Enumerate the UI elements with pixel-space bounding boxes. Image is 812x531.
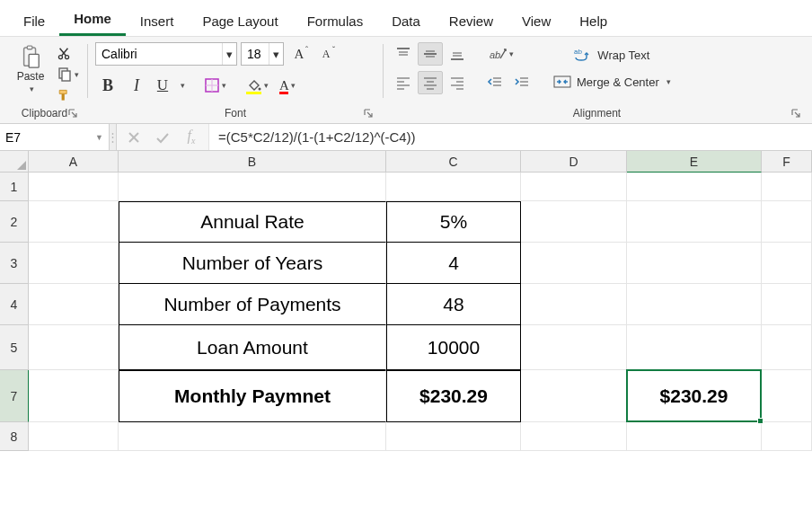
chevron-down-icon[interactable]: ▾ [269, 43, 283, 65]
cell-A1[interactable] [29, 173, 119, 201]
dialog-launcher-icon[interactable] [790, 108, 801, 119]
splitter[interactable]: ⋮ [110, 124, 117, 150]
menu-help[interactable]: Help [565, 8, 622, 36]
cell-B5[interactable]: Loan Amount [119, 325, 386, 370]
increase-font-button[interactable]: Aˆ [287, 42, 311, 66]
cancel-formula-button[interactable] [120, 126, 147, 149]
col-header-F[interactable]: F [762, 151, 812, 173]
cell-B2[interactable]: Annual Rate [119, 201, 386, 243]
menu-insert[interactable]: Insert [126, 8, 189, 36]
font-name-combo[interactable]: ▾ [95, 42, 237, 66]
menu-review[interactable]: Review [435, 8, 508, 36]
cell-F7[interactable] [762, 370, 812, 422]
menu-file[interactable]: File [9, 8, 59, 36]
cell-D3[interactable] [521, 243, 627, 284]
cell-C2[interactable]: 5% [386, 201, 521, 243]
cell-E8[interactable] [627, 422, 762, 451]
menu-formulas[interactable]: Formulas [293, 8, 378, 36]
cell-A8[interactable] [29, 422, 119, 451]
menu-page-layout[interactable]: Page Layout [188, 8, 292, 36]
cell-F5[interactable] [762, 325, 812, 370]
name-box[interactable]: ▼ [0, 124, 110, 150]
cell-E1[interactable] [627, 173, 762, 201]
cell-F8[interactable] [762, 422, 812, 451]
cell-E2[interactable] [627, 201, 762, 243]
dialog-launcher-icon[interactable] [363, 108, 374, 119]
cell-A4[interactable] [29, 284, 119, 325]
font-color-button[interactable]: A ▾ [275, 73, 298, 98]
cell-A3[interactable] [29, 243, 119, 284]
align-bottom-button[interactable] [445, 42, 470, 66]
spreadsheet-grid[interactable]: A B C D E F 1 2 3 4 5 7 8 Annual Rate 5%… [0, 151, 812, 465]
cell-C3[interactable]: 4 [386, 243, 521, 284]
col-header-E[interactable]: E [627, 151, 762, 173]
row-header-4[interactable]: 4 [0, 284, 29, 325]
font-size-input[interactable] [242, 43, 269, 65]
cut-button[interactable] [56, 46, 72, 62]
cell-F2[interactable] [762, 201, 812, 243]
decrease-font-button[interactable]: Aˇ [314, 42, 338, 66]
row-header-5[interactable]: 5 [0, 325, 29, 370]
align-top-button[interactable] [391, 42, 416, 66]
font-name-input[interactable] [96, 43, 222, 65]
row-header-8[interactable]: 8 [0, 422, 29, 451]
copy-button[interactable]: ▾ [56, 66, 80, 84]
menu-data[interactable]: Data [377, 8, 435, 36]
cell-C5[interactable]: 10000 [386, 325, 521, 370]
col-header-A[interactable]: A [29, 151, 119, 173]
cell-D7[interactable] [521, 370, 627, 422]
col-header-C[interactable]: C [386, 151, 521, 173]
cell-B3[interactable]: Number of Years [119, 243, 386, 284]
font-size-combo[interactable]: ▾ [241, 42, 284, 66]
italic-button[interactable]: I [124, 73, 149, 98]
row-header-2[interactable]: 2 [0, 201, 29, 243]
underline-more-button[interactable]: ▾ [176, 73, 187, 98]
cell-C4[interactable]: 48 [386, 284, 521, 325]
cell-E4[interactable] [627, 284, 762, 325]
cell-A7[interactable] [29, 370, 119, 422]
col-header-B[interactable]: B [119, 151, 386, 173]
increase-indent-button[interactable] [509, 71, 534, 94]
cell-C8[interactable] [386, 422, 521, 451]
cell-F4[interactable] [762, 284, 812, 325]
menu-view[interactable]: View [508, 8, 565, 36]
formula-input[interactable] [209, 124, 812, 150]
fill-color-button[interactable]: ▾ [242, 73, 271, 98]
cell-C1[interactable] [386, 173, 521, 201]
cell-F1[interactable] [762, 173, 812, 201]
cell-D4[interactable] [521, 284, 627, 325]
row-header-1[interactable]: 1 [0, 173, 29, 201]
dialog-launcher-icon[interactable] [67, 108, 78, 119]
cell-B8[interactable] [119, 422, 386, 451]
chevron-down-icon[interactable]: ▼ [95, 133, 103, 142]
enter-formula-button[interactable] [149, 126, 176, 149]
cell-B1[interactable] [119, 173, 386, 201]
wrap-text-button[interactable]: ab Wrap Text [547, 44, 677, 66]
cell-C7[interactable]: $230.29 [386, 370, 521, 422]
cell-B7[interactable]: Monthly Paymnet [119, 370, 386, 422]
bold-button[interactable]: B [95, 73, 120, 98]
cell-F3[interactable] [762, 243, 812, 284]
cell-D2[interactable] [521, 201, 627, 243]
underline-button[interactable]: U [153, 73, 172, 98]
cell-E5[interactable] [627, 325, 762, 370]
cell-E7[interactable]: $230.29 [627, 370, 762, 422]
cell-E3[interactable] [627, 243, 762, 284]
select-all-corner[interactable] [0, 151, 29, 173]
decrease-indent-button[interactable] [482, 71, 508, 94]
row-header-3[interactable]: 3 [0, 243, 29, 284]
align-middle-button[interactable] [418, 42, 443, 66]
format-painter-button[interactable] [56, 87, 72, 103]
align-center-button[interactable] [418, 71, 443, 94]
chevron-down-icon[interactable]: ▾ [222, 43, 236, 65]
cell-B4[interactable]: Number of Payments [119, 284, 386, 325]
row-header-7[interactable]: 7 [0, 370, 29, 422]
cell-D8[interactable] [521, 422, 627, 451]
menu-home[interactable]: Home [59, 5, 126, 36]
align-left-button[interactable] [391, 71, 416, 94]
cell-A2[interactable] [29, 201, 119, 243]
merge-center-button[interactable]: Merge & Center ▾ [547, 71, 677, 93]
col-header-D[interactable]: D [521, 151, 627, 173]
border-button[interactable]: ▾ [199, 73, 229, 98]
orientation-button[interactable]: ab ▾ [482, 42, 518, 66]
